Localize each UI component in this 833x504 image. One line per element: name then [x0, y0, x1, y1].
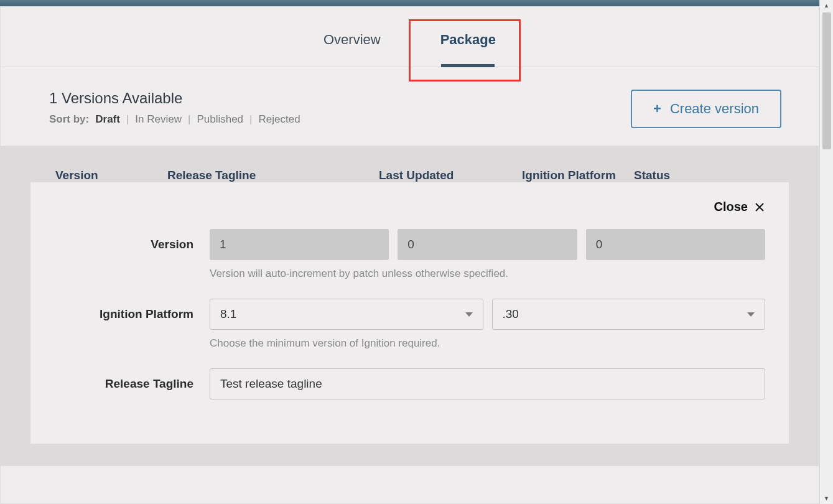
col-status: Status [634, 169, 789, 182]
scroll-down-arrow[interactable]: ▼ [820, 493, 834, 504]
create-version-label: Create version [670, 101, 759, 117]
platform-minor-select[interactable]: .30 [492, 299, 766, 330]
tab-overview[interactable]: Overview [294, 13, 411, 67]
platform-major-value: 8.1 [220, 307, 236, 321]
close-button[interactable]: Close [714, 200, 748, 214]
platform-label: Ignition Platform [54, 299, 210, 323]
vertical-scrollbar[interactable]: ▲ ▼ [819, 0, 833, 504]
chevron-down-icon [747, 312, 755, 317]
sort-option-published[interactable]: Published [197, 113, 243, 126]
create-version-button[interactable]: + Create version [631, 90, 781, 128]
sort-row: Sort by: Draft | In Review | Published |… [49, 113, 300, 126]
version-minor-input[interactable] [398, 229, 577, 260]
window-title-bar [0, 0, 833, 6]
sort-option-draft[interactable]: Draft [95, 113, 120, 126]
version-hint: Version will auto-increment by patch unl… [210, 268, 765, 280]
table-header-strip: Version Release Tagline Last Updated Ign… [1, 146, 819, 466]
scroll-thumb[interactable] [822, 12, 831, 149]
sort-by-label: Sort by: [49, 113, 89, 126]
col-updated: Last Updated [379, 169, 522, 182]
scroll-up-arrow[interactable]: ▲ [820, 0, 834, 11]
versions-count: 1 Versions Available [49, 90, 300, 107]
tabs-row: Overview Package [1, 7, 819, 67]
col-platform: Ignition Platform [522, 169, 634, 182]
platform-minor-value: .30 [503, 307, 519, 321]
plus-icon: + [653, 101, 661, 117]
version-patch-input[interactable] [586, 229, 765, 260]
tab-package[interactable]: Package [411, 13, 526, 67]
header-section: 1 Versions Available Sort by: Draft | In… [1, 67, 819, 146]
sort-option-in-review[interactable]: In Review [135, 113, 182, 126]
tagline-label: Release Tagline [54, 368, 210, 393]
col-tagline: Release Tagline [167, 169, 379, 182]
version-major-input[interactable] [210, 229, 389, 260]
close-icon[interactable] [754, 202, 765, 213]
col-version: Version [55, 169, 167, 182]
tagline-input[interactable] [210, 368, 765, 399]
sort-option-rejected[interactable]: Rejected [258, 113, 300, 126]
chevron-down-icon [465, 312, 473, 317]
platform-major-select[interactable]: 8.1 [210, 299, 483, 330]
platform-hint: Choose the minimum version of Ignition r… [210, 337, 765, 350]
version-label: Version [54, 229, 210, 253]
version-form-panel: Close Version Version will auto-incremen… [30, 182, 789, 444]
main-content: Overview Package 1 Versions Available So… [0, 6, 819, 504]
